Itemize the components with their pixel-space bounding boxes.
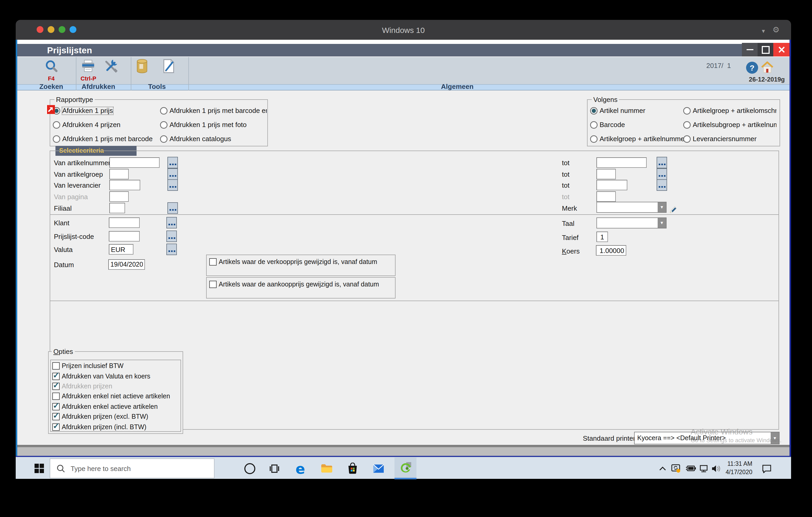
radio-afdrukken-1-prijs-barcode-en[interactable]: Afdrukken 1 prijs met barcode en <box>160 107 267 115</box>
checkbox-afdrukken-valuta-koers[interactable]: Afdrukken van Valuta en koers <box>52 373 150 380</box>
chevron-down-icon[interactable]: ▼ <box>658 218 666 228</box>
tot-artikelnummer-input[interactable] <box>597 157 647 168</box>
tray-battery-button[interactable] <box>683 457 698 479</box>
field-label: Datum <box>54 261 74 269</box>
edit-pencil-icon[interactable] <box>669 205 677 216</box>
active-app-button[interactable] <box>395 457 416 479</box>
tot-pagina-input <box>597 191 616 202</box>
help-icon[interactable]: ? <box>746 62 758 74</box>
file-explorer-button[interactable] <box>318 457 336 479</box>
browse-tot-artikelgroep[interactable] <box>657 168 667 180</box>
browse-filiaal[interactable] <box>167 202 178 214</box>
checkbox-label: Afdrukken prijzen (excl. BTW) <box>62 413 148 420</box>
store-button[interactable] <box>344 457 361 479</box>
browse-tot-leverancier[interactable] <box>657 179 667 191</box>
checkbox-label: Prijzen inclusief BTW <box>62 362 123 370</box>
klant-input[interactable] <box>109 217 140 228</box>
tray-expand-button[interactable] <box>655 457 670 479</box>
print-settings-button[interactable] <box>104 59 118 76</box>
radio-leveranciersnummer[interactable]: Leveranciersnummer <box>683 135 776 143</box>
radio-afdrukken-catalogus[interactable]: Afdrukken catalogus <box>160 135 231 143</box>
van-leverancier-input[interactable] <box>109 180 140 190</box>
mail-button[interactable] <box>369 457 387 479</box>
tarief-input[interactable] <box>597 232 608 242</box>
gear-icon[interactable]: ⚙ <box>773 25 780 34</box>
valuta-input[interactable] <box>109 244 134 254</box>
checkbox <box>52 393 60 400</box>
zoeken-button[interactable] <box>45 60 59 76</box>
browse-klant[interactable] <box>166 217 177 229</box>
tot-leverancier-input[interactable] <box>597 180 627 190</box>
search-icon <box>57 464 65 473</box>
radio-label: Artikelsubgroep + artikelnum <box>693 121 776 129</box>
search-input[interactable] <box>69 464 214 473</box>
browse-van-artikelgroep[interactable] <box>167 168 178 180</box>
radio-artikelsubgroep-artikelnummer[interactable]: Artikelsubgroep + artikelnum <box>683 121 776 129</box>
action-center-button[interactable] <box>758 457 775 479</box>
radio-artikelgroep-artikelomschrijving[interactable]: Artikelgroep + artikelomschri <box>683 107 776 115</box>
taskbar-clock[interactable]: 11:31 AM 4/17/2020 <box>716 459 752 476</box>
radio-artikel-nummer[interactable]: Artikel nummer <box>590 107 645 115</box>
volgens-groupbox: Volgens Artikel nummer Barcode Artikelgr… <box>587 99 780 146</box>
browse-valuta[interactable] <box>166 244 177 255</box>
radio-barcode[interactable]: Barcode <box>590 121 625 129</box>
volgens-legend: Volgens <box>592 96 619 103</box>
minimize-button[interactable] <box>742 43 758 57</box>
database-barrel-icon <box>137 59 148 73</box>
chevron-down-icon[interactable]: ▼ <box>658 202 666 212</box>
checkbox-prijzen-excl-btw[interactable]: Afdrukken prijzen (excl. BTW) <box>52 413 148 420</box>
field-label: Van artikelgroep <box>54 171 103 178</box>
ribbon-group-strip <box>17 84 789 90</box>
tot-artikelgroep-input[interactable] <box>597 169 616 179</box>
field-label: Van leverancier <box>54 181 101 189</box>
tray-sync-button[interactable] <box>669 457 683 479</box>
database-tool-button[interactable] <box>137 59 148 75</box>
van-artikelnummer-input[interactable] <box>109 157 160 168</box>
checkbox-prijzen-incl-btw[interactable]: Afdrukken prijzen (incl. BTW) <box>52 423 146 431</box>
chevron-down-icon[interactable]: ▼ <box>761 27 766 36</box>
afdrukken-button[interactable] <box>81 60 95 75</box>
period-indicator: 2017/ 1 <box>706 62 731 69</box>
task-view-button[interactable] <box>265 457 283 479</box>
home-button[interactable] <box>761 61 774 75</box>
chevron-down-icon[interactable]: ▼ <box>771 432 779 444</box>
browse-van-artikelnummer[interactable] <box>167 157 178 168</box>
datum-input[interactable] <box>108 259 145 270</box>
radio-afdrukken-1-prijs-foto[interactable]: Afdrukken 1 prijs met foto <box>160 121 247 129</box>
checkbox-enkel-actieve[interactable]: Afdrukken enkel actieve artikelen <box>52 403 158 410</box>
rapporttype-legend: Rapporttype <box>54 96 95 103</box>
start-button[interactable] <box>30 457 48 479</box>
radio-label: Leveranciersnummer <box>693 135 776 143</box>
browse-tot-artikelnummer[interactable] <box>657 157 667 168</box>
edit-document-button[interactable] <box>162 59 175 75</box>
van-artikelgroep-input[interactable] <box>109 169 129 179</box>
radio-afdrukken-1-prijs[interactable]: Afdrukken 1 prijs <box>53 107 113 115</box>
screen: Windows 10 ▼ ⚙ Prijslijsten <box>0 0 812 517</box>
checkbox-aankoopprijs-gewijzigd[interactable]: Artikels waar de aankoopprijs gewijzigd … <box>209 281 379 288</box>
radio-afdrukken-1-prijs-barcode[interactable]: Afdrukken 1 prijs met barcode <box>53 135 152 143</box>
cortana-icon <box>244 463 255 474</box>
radio-dot <box>683 107 691 115</box>
radio-afdrukken-4-prijzen[interactable]: Afdrukken 4 prijzen <box>53 121 121 129</box>
checkbox-verkoopprijs-gewijzigd[interactable]: Artikels waar de verkoopprijs gewijzigd … <box>209 258 377 266</box>
field-label: Taal <box>562 219 575 227</box>
prijslijst-code-input[interactable] <box>109 231 140 242</box>
koers-input[interactable] <box>596 245 626 255</box>
browse-prijslijst-code[interactable] <box>166 231 177 242</box>
browse-van-leverancier[interactable] <box>167 179 178 191</box>
cortana-button[interactable] <box>241 457 258 479</box>
edge-button[interactable]: e <box>291 457 309 479</box>
maximize-button[interactable] <box>758 43 773 57</box>
ribbon <box>17 57 789 84</box>
printer-combobox[interactable]: Kyocera ==> <Default Printer> ▼ <box>634 432 780 444</box>
close-button[interactable] <box>773 43 789 57</box>
merk-combobox[interactable]: ▼ <box>597 202 667 213</box>
checkbox-prijzen-inclusief-btw[interactable]: Prijzen inclusief BTW <box>52 362 123 370</box>
action-center-icon <box>761 464 772 473</box>
taal-combobox[interactable]: ▼ <box>597 217 667 229</box>
filiaal-input[interactable] <box>109 203 125 213</box>
checkbox-enkel-niet-actieve[interactable]: Afdrukken enkel niet actieve artikelen <box>52 393 170 400</box>
taskbar-search[interactable] <box>50 458 214 478</box>
radio-dot <box>53 121 60 129</box>
radio-artikelgroep-artikelnummer[interactable]: Artikelgroep + artikelnumme <box>590 135 684 143</box>
